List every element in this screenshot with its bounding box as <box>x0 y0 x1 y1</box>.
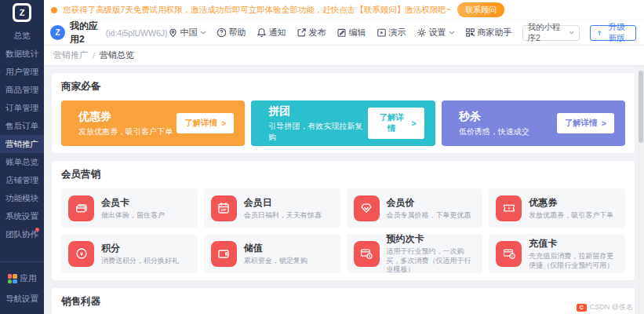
merchant-assistant-button[interactable]: 商家助手 <box>465 27 512 38</box>
must-have-panel: 商家必备 优惠券 发放优惠券，吸引客户下单 了解详情 > 拼团 引导拼团，有效实… <box>52 73 635 153</box>
card-clock-icon <box>354 241 380 267</box>
notification-bar: 您获得了高级版7天免费试用权限，激活成功后即可立即体验全部功能，赶快点击【联系顾… <box>44 0 644 20</box>
edit-button[interactable]: 编辑 <box>337 27 366 38</box>
play-icon <box>377 27 387 38</box>
app-avatar[interactable]: Z <box>50 25 65 40</box>
scrollbar-thumb[interactable] <box>639 71 643 143</box>
sidebar-item-overview[interactable]: 总览 <box>0 27 44 45</box>
gear-icon <box>417 27 427 38</box>
promo-title: 优惠券 <box>78 110 173 124</box>
wallet-icon <box>211 241 237 267</box>
watermark-text: CSDN @佚名 <box>590 302 633 312</box>
mini-program-select[interactable]: 我的小程序2 <box>522 25 580 41</box>
watermark: C CSDN @佚名 <box>577 302 633 312</box>
breadcrumb-current: 营销总览 <box>100 49 134 61</box>
demo-button[interactable]: 演示 <box>377 27 406 38</box>
member-card-grid: 会员卡 做出体验，留住客户 VIP 会员日 会员日福利，天天有惊喜 会员价 <box>61 188 625 228</box>
member-card-grid: ¥ 积分 消费送积分，积分换好礼 储值 累积资金，锁定复购 <box>61 234 625 273</box>
member-card-vip-price[interactable]: 会员价 会员专属价格，下单更优惠 <box>347 188 483 228</box>
section-title-must-have: 商家必备 <box>61 80 625 93</box>
promo-title: 拼团 <box>268 104 368 119</box>
apps-icon <box>8 274 17 283</box>
header: Z 我的应用2 (id:4i5plUWW6J) 中国 帮助 通知 发布 编辑 演… <box>44 20 644 46</box>
promo-desc: 发放优惠券，吸引客户下单 <box>78 126 173 137</box>
promo-desc: 低价诱惑，快速成交 <box>459 126 529 137</box>
sidebar-item-statistics[interactable]: 数据统计 <box>0 45 44 63</box>
qr-code-icon <box>465 27 475 38</box>
member-card-booking-pass[interactable]: 预约次卡 适用于行业预约，一次购买，多次消费（仅适用于行业模板） <box>347 234 483 273</box>
sidebar-item-users[interactable]: 用户管理 <box>0 63 44 81</box>
app-name: 我的应用2 <box>70 20 103 46</box>
arrow-right-icon: > <box>221 119 226 128</box>
app-logo[interactable]: Z <box>13 3 31 22</box>
sidebar-item-apps[interactable]: 应用 <box>0 268 44 289</box>
help-button[interactable]: 帮助 <box>216 27 246 38</box>
publish-button[interactable]: 发布 <box>297 27 326 38</box>
member-marketing-panel: 会员营销 会员卡 做出体验，留住客户 VIP 会员日 会员日福利，天天有惊喜 <box>52 161 635 280</box>
sidebar-item-team[interactable]: 团队协作 <box>0 225 44 243</box>
breadcrumb-separator: / <box>93 51 95 60</box>
arrow-up-icon <box>597 29 602 37</box>
notifications-button[interactable]: 通知 <box>257 27 286 38</box>
sidebar: Z 总览 数据统计 用户管理 商品管理 订单管理 售后订单 营销推广 账单总览 … <box>0 0 44 314</box>
publish-icon <box>297 27 307 38</box>
member-card-vip-day[interactable]: VIP 会员日 会员日福利，天天有惊喜 <box>204 188 340 228</box>
settings-menu[interactable]: 设置 <box>417 27 455 38</box>
promo-desc: 引导拼团，有效实现拉新复购 <box>268 121 368 143</box>
arrow-right-icon: > <box>602 119 606 128</box>
svg-text:¥: ¥ <box>508 206 510 210</box>
csdn-logo-icon: C <box>577 304 587 312</box>
sidebar-item-orders[interactable]: 订单管理 <box>0 99 44 117</box>
breadcrumb-parent[interactable]: 营销推广 <box>53 49 88 61</box>
help-icon <box>216 27 227 38</box>
alert-dot-icon <box>51 7 57 13</box>
contact-advisor-button[interactable]: 联系顾问 <box>457 2 504 17</box>
notification-badge <box>35 228 39 232</box>
notification-text: 您获得了高级版7天免费试用权限，激活成功后即可立即体验全部功能，赶快点击【联系顾… <box>63 5 451 16</box>
scrollbar-track[interactable] <box>638 66 644 314</box>
promo-card-coupon[interactable]: 优惠券 发放优惠券，吸引客户下单 了解详情 > <box>61 100 245 146</box>
chevron-down-icon <box>449 31 455 35</box>
sales-tools-panel: 销售利器 <box>52 288 635 314</box>
member-card-vip-card[interactable]: 会员卡 做出体验，留住客户 <box>61 188 198 228</box>
section-title-sales: 销售利器 <box>61 295 625 309</box>
promo-card-group-buy[interactable]: 拼团 引导拼团，有效实现拉新复购 了解详情 > <box>251 100 435 146</box>
vip-card-icon <box>68 195 94 221</box>
member-card-coupon[interactable]: ¥ 优惠券 发放优惠券，吸引客户下单 <box>489 188 625 228</box>
vip-calendar-icon: VIP <box>211 195 237 221</box>
flash-sale-details-button[interactable]: 了解详情 > <box>557 113 614 133</box>
sidebar-bottom: 应用 导航设置 <box>0 261 44 309</box>
chevron-down-icon <box>200 31 206 35</box>
location-pin-icon <box>168 27 178 38</box>
promo-title: 秒杀 <box>459 110 529 124</box>
breadcrumb: 营销推广 / 营销总览 <box>44 46 644 66</box>
sidebar-item-nav-settings[interactable]: 导航设置 <box>0 289 44 309</box>
member-card-points[interactable]: ¥ 积分 消费送积分，积分换好礼 <box>61 234 198 273</box>
main-content: 商家必备 优惠券 发放优惠券，吸引客户下单 了解详情 > 拼团 引导拼团，有效实… <box>44 66 644 314</box>
member-card-recharge-card[interactable]: ¥ 充值卡 先充值后消费，拉新留存更便捷（仅限行业预约可用） <box>489 234 625 273</box>
sidebar-item-modules[interactable]: 功能模块 <box>0 189 44 207</box>
bell-icon <box>257 27 267 38</box>
chevron-down-icon <box>569 31 574 35</box>
region-selector[interactable]: 中国 <box>168 27 206 38</box>
sidebar-item-products[interactable]: 商品管理 <box>0 81 44 99</box>
sidebar-item-shop[interactable]: 店铺管理 <box>0 171 44 189</box>
group-buy-details-button[interactable]: 了解详情 > <box>368 108 424 139</box>
sidebar-item-marketing[interactable]: 营销推广 <box>0 135 44 153</box>
coin-icon: ¥ <box>68 241 94 267</box>
promo-card-flash-sale[interactable]: 秒杀 低价诱惑，快速成交 了解详情 > <box>442 100 625 146</box>
coupon-details-button[interactable]: 了解详情 > <box>176 113 234 133</box>
upgrade-button[interactable]: 升级新版 <box>590 25 636 41</box>
arrow-right-icon: > <box>412 119 417 128</box>
member-card-stored-value[interactable]: 储值 累积资金，锁定复购 <box>204 234 340 273</box>
edit-icon <box>337 27 347 38</box>
sidebar-item-bills[interactable]: 账单总览 <box>0 153 44 171</box>
logo-icon: Z <box>15 5 29 20</box>
section-title-member: 会员营销 <box>61 168 625 181</box>
sidebar-item-settings[interactable]: 系统设置 <box>0 207 44 225</box>
header-actions: 中国 帮助 通知 发布 编辑 演示 设置 商家助手 <box>168 25 637 41</box>
sidebar-item-aftersale[interactable]: 售后订单 <box>0 117 44 135</box>
svg-text:¥: ¥ <box>80 251 83 257</box>
promo-row: 优惠券 发放优惠券，吸引客户下单 了解详情 > 拼团 引导拼团，有效实现拉新复购… <box>61 100 625 146</box>
svg-text:VIP: VIP <box>221 208 227 212</box>
